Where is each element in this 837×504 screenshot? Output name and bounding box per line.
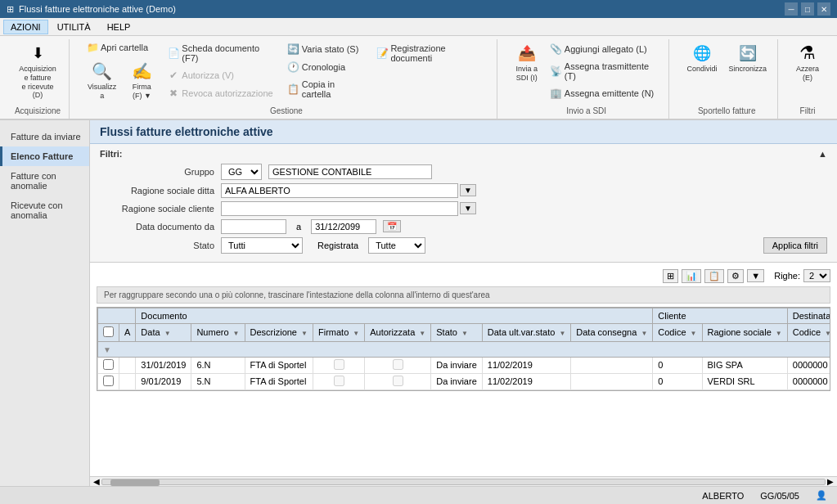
col-header-numero[interactable]: Numero ▼ — [191, 323, 245, 341]
gruppo-select[interactable]: GG — [221, 164, 262, 180]
apri-cartella-button[interactable]: 📁 Apri cartella — [83, 39, 159, 56]
row-checkbox-2[interactable] — [103, 376, 114, 386]
rows-select[interactable]: 2 — [803, 269, 830, 282]
row-numero-2: 5.N — [191, 373, 245, 389]
sidebar-item-fatture-inviare[interactable]: Fatture da inviare — [0, 127, 89, 146]
visualizza-button[interactable]: 🔍 Visualizza — [83, 57, 121, 103]
apply-filters-button[interactable]: Applica filtri — [763, 237, 827, 254]
select-all-checkbox[interactable] — [103, 326, 114, 337]
data-from-input[interactable] — [221, 219, 286, 234]
status-code: GG/05/05 — [760, 491, 799, 501]
sidebar: Fatture da inviare Elenco Fatture Fattur… — [0, 120, 90, 486]
registrazione-button[interactable]: 📝 Registrazione documenti — [372, 41, 489, 65]
table-icon-btn-5[interactable]: ▼ — [747, 269, 764, 282]
azzera-button[interactable]: ⚗ Azzera(E) — [791, 39, 824, 85]
col-header-codice-dest[interactable]: Codice ▼ — [787, 323, 830, 341]
ragione-ditta-input[interactable] — [221, 183, 458, 198]
emittente-icon: 🏢 — [551, 88, 562, 99]
col-header-firmato[interactable]: Firmato ▼ — [313, 323, 364, 341]
table-icon-btn-1[interactable]: ⊞ — [663, 269, 678, 283]
ragione-ditta-dropdown[interactable]: ▼ — [460, 184, 476, 196]
col-header-data[interactable]: Data ▼ — [136, 323, 191, 341]
sidebar-item-elenco-fatture[interactable]: Elenco Fatture — [0, 146, 89, 166]
stato-select[interactable]: Tutti — [221, 237, 303, 254]
filter-collapse-icon[interactable]: ▲ — [818, 149, 827, 159]
row-data-ult-var-1: 11/02/2019 — [482, 357, 571, 373]
condividi-icon: 🌐 — [691, 42, 713, 65]
row-checkbox-1[interactable] — [103, 359, 114, 370]
scheda-icon: 📄 — [168, 47, 179, 59]
autorizza-button[interactable]: ✔ Autorizza (V) — [164, 67, 278, 83]
horizontal-scrollbar[interactable]: ◀ ▶ — [90, 476, 837, 486]
assegna-trasmittente-button[interactable]: 📡 Assegna trasmittente (T) — [547, 59, 663, 83]
filter-row-data: Data documento da a 📅 — [100, 219, 827, 234]
ribbon-group-gestione-title: Gestione — [270, 103, 303, 115]
col-header-stato[interactable]: Stato ▼ — [431, 323, 483, 341]
ribbon-group-filtri-title: Filtri — [800, 103, 816, 115]
row-descrizione-1: FTA di Sportel — [245, 357, 313, 373]
status-user: ALBERTO — [702, 491, 744, 501]
ragione-cliente-dropdown[interactable]: ▼ — [460, 202, 476, 214]
scroll-track[interactable] — [101, 479, 826, 485]
ribbon-group-sportello: 🌐 Condividi 🔄 Sincronizza Sportello fatt… — [676, 39, 778, 119]
ribbon-group-acquisizione: ⬇ Acquisizione fatturee ricevute (D) Acq… — [7, 39, 70, 119]
acquisizione-button[interactable]: ⬇ Acquisizione fatturee ricevute (D) — [13, 39, 62, 102]
autorizza-icon: ✔ — [168, 70, 179, 81]
main-area: Fatture da inviare Elenco Fatture Fattur… — [0, 120, 837, 486]
table-icon-btn-2[interactable]: 📊 — [682, 269, 701, 283]
invia-sdi-button[interactable]: 📤 Invia aSDI (I) — [511, 39, 543, 85]
sidebar-item-fatture-anomalie[interactable]: Fatture con anomalie — [0, 166, 89, 196]
menu-azioni[interactable]: AZIONI — [3, 20, 48, 34]
date-picker-btn[interactable]: 📅 — [383, 220, 401, 232]
scroll-left-btn[interactable]: ◀ — [92, 477, 101, 486]
col-header-ragione-cliente[interactable]: Ragione sociale ▼ — [702, 323, 787, 341]
data-table: Documento Cliente Destinatario Ditta A D… — [97, 308, 830, 390]
data-table-wrap: Documento Cliente Destinatario Ditta A D… — [97, 307, 830, 391]
sincronizza-button[interactable]: 🔄 Sincronizza — [724, 39, 771, 76]
cronologia-button[interactable]: 🕐 Cronologia — [284, 59, 368, 75]
col-header-autorizzata[interactable]: Autorizzata ▼ — [365, 323, 431, 341]
varia-stato-button[interactable]: 🔄 Varia stato (S) — [284, 41, 368, 57]
ragione-cliente-input[interactable] — [221, 201, 458, 216]
col-header-a: A — [119, 323, 136, 341]
group-hint: Per raggruppare secondo una o più colonn… — [97, 286, 830, 304]
revoca-button[interactable]: ✖ Revoca autorizzazione — [164, 85, 278, 101]
scheda-documento-button[interactable]: 📄 Scheda documento (F7) — [164, 41, 278, 65]
row-autorizzata-1 — [365, 357, 431, 373]
firma-button[interactable]: ✍ Firma(F) ▼ — [124, 57, 159, 103]
minimize-button[interactable]: ─ — [785, 2, 798, 16]
sidebar-item-ricevute-anomalia[interactable]: Ricevute con anomalia — [0, 196, 89, 225]
rows-label: Righe: — [774, 271, 800, 281]
aggiungi-allegato-button[interactable]: 📎 Aggiungi allegato (L) — [547, 41, 663, 57]
azzera-icon: ⚗ — [796, 42, 819, 65]
col-header-descrizione[interactable]: Descrizione ▼ — [245, 323, 313, 341]
menu-utilita[interactable]: UTILITÀ — [50, 20, 98, 34]
row-a-1 — [119, 357, 136, 373]
col-header-data-consegna[interactable]: Data consegna ▼ — [571, 323, 653, 341]
table-icon-btn-4[interactable]: ⚙ — [727, 269, 744, 283]
ribbon-group-invio-sdi: 📤 Invia aSDI (I) 📎 Aggiungi allegato (L)… — [504, 39, 670, 119]
col-header-data-ult-var[interactable]: Data ult.var.stato ▼ — [482, 323, 571, 341]
reg-icon: 📝 — [376, 47, 388, 59]
table-row[interactable]: 31/01/2019 6.N FTA di Sportel Da inviare… — [98, 357, 831, 373]
maximize-button[interactable]: □ — [801, 2, 814, 16]
copia-button[interactable]: 📋 Copia in cartella — [284, 77, 368, 101]
trasmittente-icon: 📡 — [551, 65, 562, 77]
app-icon: ⊞ — [7, 4, 14, 15]
copia-icon: 📋 — [288, 83, 299, 95]
assegna-emittente-button[interactable]: 🏢 Assegna emittente (N) — [547, 85, 663, 101]
table-row[interactable]: 9/01/2019 5.N FTA di Sportel Da inviare … — [98, 373, 831, 389]
close-button[interactable]: ✕ — [817, 2, 830, 16]
row-data-2: 9/01/2019 — [136, 373, 191, 389]
gruppo-desc-input[interactable] — [268, 164, 432, 179]
row-autorizzata-2 — [365, 373, 431, 389]
menu-help[interactable]: HELP — [100, 20, 138, 34]
registrata-select[interactable]: Tutte — [368, 237, 425, 254]
scroll-thumb[interactable] — [110, 479, 160, 486]
condividi-button[interactable]: 🌐 Condividi — [682, 39, 721, 76]
col-header-codice-cliente[interactable]: Codice ▼ — [653, 323, 702, 341]
data-to-input[interactable] — [311, 219, 376, 234]
table-icon-btn-3[interactable]: 📋 — [704, 269, 724, 283]
scroll-right-btn[interactable]: ▶ — [826, 477, 835, 486]
varia-icon: 🔄 — [288, 43, 299, 55]
